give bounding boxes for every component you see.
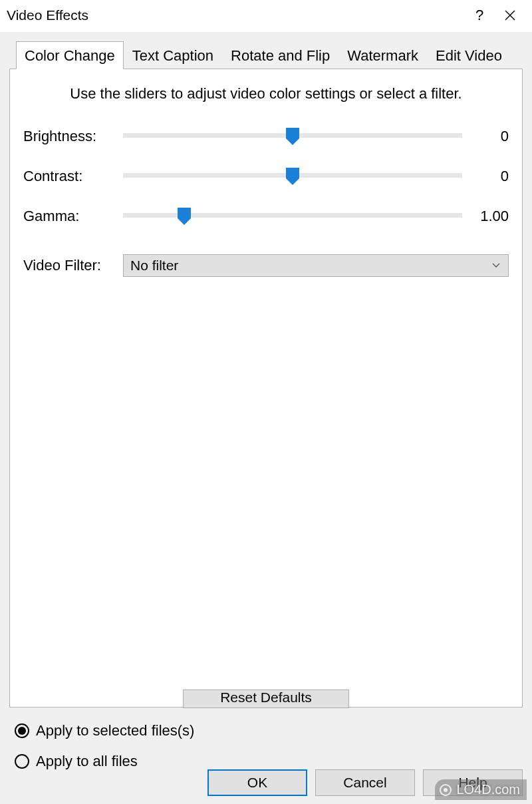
tab-color-change[interactable]: Color Change [16, 41, 124, 69]
radio-icon [15, 723, 29, 738]
apply-scope-group: Apply to selected files(s) Apply to all … [9, 722, 523, 770]
slider-thumb[interactable] [285, 126, 301, 146]
video-filter-selected: No filter [130, 258, 492, 274]
watermark-text: LO4D.com [456, 782, 520, 797]
gamma-row: Gamma: 1.00 [23, 206, 509, 226]
radio-apply-all[interactable]: Apply to all files [15, 753, 523, 770]
reset-defaults-label: Reset Defaults [220, 690, 312, 705]
brightness-value: 0 [462, 128, 509, 145]
gamma-slider[interactable] [123, 206, 462, 226]
svg-point-1 [444, 788, 448, 792]
slider-thumb[interactable] [176, 206, 192, 226]
video-filter-row: Video Filter: No filter [23, 254, 509, 277]
brightness-row: Brightness: 0 [23, 126, 509, 146]
dialog-title: Video Effects [7, 7, 464, 23]
contrast-row: Contrast: 0 [23, 166, 509, 186]
brightness-label: Brightness: [23, 128, 123, 145]
titlebar: Video Effects ? [0, 0, 532, 32]
dialog-body: Color Change Text Caption Rotate and Fli… [0, 32, 532, 804]
gamma-label: Gamma: [23, 208, 123, 225]
slider-thumb[interactable] [285, 166, 301, 186]
gamma-value: 1.00 [462, 208, 509, 225]
button-label: OK [247, 775, 267, 790]
help-icon[interactable]: ? [464, 6, 495, 25]
radio-label: Apply to all files [36, 753, 138, 770]
tab-label: Watermark [347, 47, 418, 64]
reset-defaults-button[interactable]: Reset Defaults [183, 690, 349, 708]
radio-icon [15, 754, 29, 769]
tab-label: Edit Video [436, 47, 502, 64]
tab-panel-color-change: Use the sliders to adjust video color se… [9, 69, 523, 707]
tab-label: Text Caption [132, 47, 213, 64]
radio-label: Apply to selected files(s) [36, 722, 194, 739]
radio-apply-selected[interactable]: Apply to selected files(s) [15, 722, 523, 739]
chevron-down-icon [492, 263, 501, 268]
contrast-value: 0 [462, 168, 509, 185]
instruction-text: Use the sliders to adjust video color se… [23, 85, 509, 102]
cancel-button[interactable]: Cancel [315, 769, 415, 796]
tab-label: Color Change [25, 47, 115, 64]
tab-text-caption[interactable]: Text Caption [124, 43, 222, 69]
video-effects-dialog: Video Effects ? Color Change Text Captio… [0, 0, 532, 804]
brightness-slider[interactable] [123, 126, 462, 146]
tab-watermark[interactable]: Watermark [338, 43, 427, 69]
tab-rotate-flip[interactable]: Rotate and Flip [222, 43, 338, 69]
slider-track [123, 213, 462, 218]
tab-strip: Color Change Text Caption Rotate and Fli… [16, 41, 523, 69]
tab-label: Rotate and Flip [231, 47, 330, 64]
contrast-label: Contrast: [23, 168, 123, 185]
tab-edit-video[interactable]: Edit Video [427, 43, 511, 69]
contrast-slider[interactable] [123, 166, 462, 186]
video-filter-dropdown[interactable]: No filter [123, 254, 509, 277]
source-watermark: LO4D.com [435, 779, 527, 800]
video-filter-label: Video Filter: [23, 257, 123, 274]
ok-button[interactable]: OK [207, 769, 307, 796]
button-label: Cancel [343, 775, 386, 790]
close-icon[interactable] [495, 9, 525, 21]
